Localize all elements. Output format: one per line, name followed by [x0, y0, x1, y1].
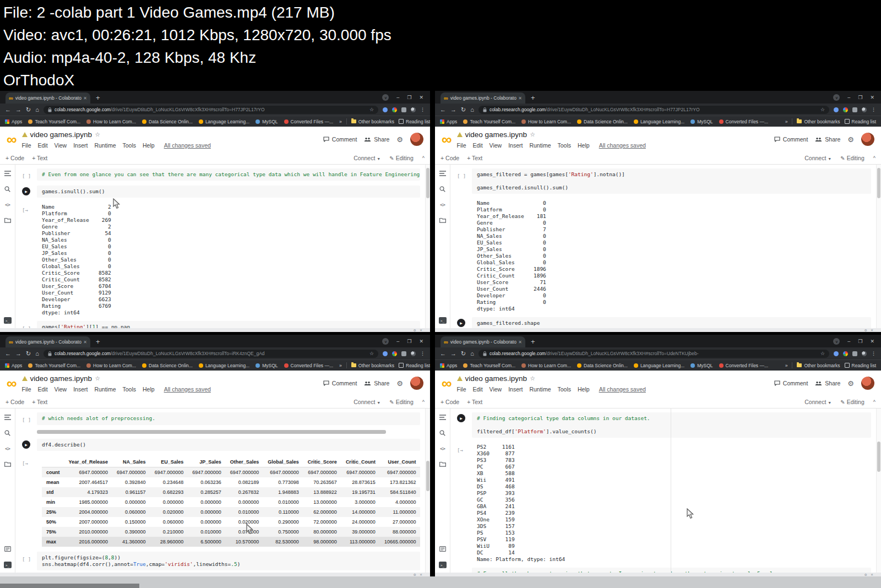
scrollbar[interactable] — [876, 165, 881, 328]
bookmark-item[interactable]: MySQL — [690, 119, 713, 124]
connect-button[interactable]: Connect▼ — [804, 155, 831, 161]
minimize-icon[interactable]: – — [396, 339, 399, 344]
close-icon[interactable]: ✕ — [419, 339, 423, 344]
notebook-title[interactable]: video games.ipynb — [465, 130, 527, 139]
menu-item-edit[interactable]: Edit — [37, 142, 47, 149]
tab-close-icon[interactable]: ✕ — [83, 340, 87, 345]
menu-item-edit[interactable]: Edit — [37, 386, 47, 393]
user-avatar[interactable] — [410, 133, 423, 146]
star-icon[interactable]: ☆ — [95, 131, 100, 138]
code-editor[interactable]: # Even from one glance you can see that … — [37, 168, 420, 181]
editing-mode-button[interactable]: ✎Editing — [840, 399, 864, 405]
colab-logo[interactable]: ∞ — [442, 132, 452, 146]
reload-icon[interactable]: ↻ — [461, 351, 466, 357]
comment-button[interactable]: Comment — [323, 136, 357, 143]
colab-logo[interactable]: ∞ — [442, 376, 452, 390]
reload-icon[interactable]: ↻ — [461, 107, 466, 113]
add-code-button[interactable]: + Code — [6, 155, 24, 161]
notebook-title[interactable]: video games.ipynb — [465, 374, 527, 383]
star-icon[interactable]: ☆ — [95, 375, 100, 382]
bookmarks-overflow-icon[interactable]: » — [339, 119, 342, 124]
bookmark-item[interactable]: MySQL — [255, 363, 278, 368]
settings-gear-icon[interactable]: ⚙ — [396, 135, 403, 144]
editing-mode-button[interactable]: ✎Editing — [840, 155, 864, 161]
address-bar[interactable]: colab.research.google.com/drive/1EuywDti… — [478, 350, 829, 358]
executed-code-history-icon[interactable] — [4, 546, 11, 552]
bookmark-item[interactable]: Language Learning... — [199, 119, 249, 124]
reload-icon[interactable]: ↻ — [26, 351, 31, 357]
executed-code-history-icon[interactable] — [439, 546, 446, 552]
browser-tab[interactable]: ∞ video games.ipynb - Colaborato ✕ — [440, 92, 525, 104]
extension-icon[interactable] — [383, 107, 388, 112]
user-avatar[interactable] — [861, 133, 874, 146]
bookmark-item[interactable]: How to Learn Com... — [521, 119, 571, 124]
scrollbar-thumb[interactable] — [877, 168, 880, 198]
chrome-menu-icon[interactable]: ⋮ — [420, 351, 425, 356]
menu-item-insert[interactable]: Insert — [73, 142, 88, 149]
run-cell-button[interactable]: ▶ — [457, 414, 465, 422]
profile-icon[interactable] — [411, 351, 416, 356]
bookmark-item[interactable]: Data Science Onlin... — [142, 363, 193, 368]
scrollbar-thumb[interactable] — [426, 461, 429, 491]
chrome-menu-icon[interactable]: ⋮ — [871, 107, 876, 112]
back-icon[interactable]: ← — [440, 107, 446, 113]
other-bookmarks-button[interactable]: Other bookmarks — [351, 363, 394, 368]
editing-mode-button[interactable]: ✎Editing — [389, 399, 414, 405]
bookmark-item[interactable]: Data Science Onlin... — [577, 119, 628, 124]
browser-tab[interactable]: ∞ video games.ipynb - Colaborato ✕ — [6, 92, 90, 104]
collapse-toolbar-button[interactable]: ^ — [873, 399, 875, 405]
forward-icon[interactable]: → — [15, 107, 21, 113]
close-icon[interactable]: ✕ — [871, 329, 873, 332]
gear-icon[interactable]: ⚙ — [414, 573, 416, 576]
tab-search-icon[interactable]: v — [833, 338, 840, 345]
home-icon[interactable]: ⌂ — [35, 351, 39, 357]
address-bar[interactable]: colab.research.google.com/drive/1EuywDti… — [43, 350, 378, 358]
menu-item-view[interactable]: View — [55, 142, 67, 149]
chrome-menu-icon[interactable]: ⋮ — [871, 351, 876, 356]
back-icon[interactable]: ← — [440, 351, 446, 357]
bookmarks-overflow-icon[interactable]: » — [785, 363, 788, 368]
bookmark-item[interactable]: Apps — [5, 119, 22, 124]
add-code-button[interactable]: + Code — [6, 399, 24, 405]
menu-item-view[interactable]: View — [490, 142, 502, 149]
reload-icon[interactable]: ↻ — [26, 107, 31, 113]
home-icon[interactable]: ⌂ — [470, 107, 474, 113]
menu-item-insert[interactable]: Insert — [508, 386, 523, 393]
tab-search-icon[interactable]: v — [382, 94, 389, 101]
bookmark-item[interactable]: Data Science Onlin... — [577, 363, 628, 368]
scrollbar[interactable] — [425, 165, 430, 328]
menu-item-runtime[interactable]: Runtime — [529, 386, 551, 393]
add-text-button[interactable]: + Text — [467, 399, 482, 405]
star-icon[interactable]: ☆ — [530, 131, 535, 138]
other-bookmarks-button[interactable]: Other bookmarks — [797, 363, 840, 368]
notebook-title[interactable]: video games.ipynb — [30, 374, 93, 383]
search-icon[interactable] — [4, 186, 10, 192]
run-cell-button[interactable]: ▶ — [22, 440, 30, 449]
menu-item-file[interactable]: File — [457, 142, 466, 149]
bookmark-item[interactable]: Apps — [440, 363, 457, 368]
add-text-button[interactable]: + Text — [32, 399, 47, 405]
menu-item-help[interactable]: Help — [143, 142, 155, 149]
minimize-icon[interactable]: – — [847, 339, 850, 344]
cell-run-placeholder[interactable]: [ ] — [22, 417, 31, 423]
code-snippets-icon[interactable]: <> — [5, 202, 10, 208]
chrome-extension-icon[interactable] — [843, 107, 848, 112]
terminal-icon[interactable]: >_ — [4, 562, 12, 568]
menu-item-tools[interactable]: Tools — [558, 142, 572, 149]
menu-item-runtime[interactable]: Runtime — [94, 386, 116, 393]
tab-close-icon[interactable]: ✕ — [83, 96, 87, 101]
bookmark-item[interactable]: How to Learn Com... — [521, 363, 571, 368]
home-icon[interactable]: ⌂ — [470, 351, 474, 357]
share-button[interactable]: Share — [364, 380, 389, 386]
gear-icon[interactable]: ⚙ — [414, 329, 416, 332]
collapse-toolbar-button[interactable]: ^ — [422, 155, 425, 161]
bookmark-item[interactable]: Teach Yourself Com... — [28, 363, 80, 368]
menu-item-view[interactable]: View — [490, 386, 502, 393]
menu-item-help[interactable]: Help — [578, 142, 590, 149]
bookmark-item[interactable]: Converted Files —... — [284, 363, 333, 368]
code-editor[interactable]: df4.describe() — [37, 439, 420, 451]
autosave-status[interactable]: All changes saved — [599, 142, 646, 149]
bookmark-item[interactable]: Teach Yourself Com... — [463, 119, 515, 124]
new-tab-button[interactable]: + — [96, 338, 100, 345]
colab-logo[interactable]: ∞ — [7, 376, 17, 390]
